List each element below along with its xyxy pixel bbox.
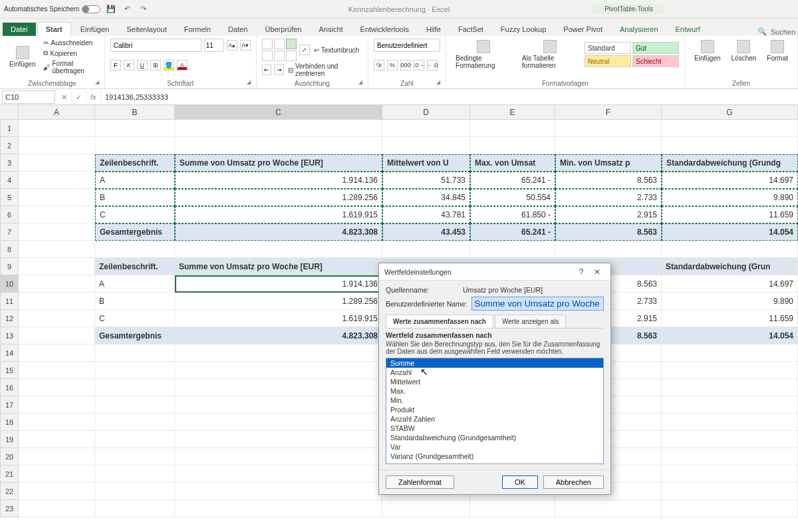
list-item[interactable]: Summe [386, 358, 603, 368]
cell[interactable]: 14.697 [662, 275, 798, 293]
tab-analysieren[interactable]: Analysieren [612, 23, 666, 36]
cell[interactable]: A [95, 275, 175, 293]
cell[interactable]: 1.619.915 [175, 310, 382, 327]
cell[interactable] [470, 120, 555, 137]
bold-button[interactable]: F [110, 60, 121, 70]
fill-color-button[interactable]: 🪣 [164, 60, 174, 70]
list-item[interactable]: Max. [386, 386, 603, 396]
cell[interactable]: 43.453 [382, 223, 470, 241]
cell[interactable] [470, 241, 555, 258]
cell[interactable] [175, 483, 382, 500]
row-header[interactable]: 5 [0, 189, 19, 206]
row-header[interactable]: 21 [0, 466, 19, 483]
calculation-type-listbox[interactable]: SummeAnzahlMittelwertMax.Min.ProduktAnza… [386, 358, 604, 464]
style-gut[interactable]: Gut [632, 42, 679, 54]
col-header[interactable]: A [19, 105, 95, 119]
fx-icon[interactable]: fx [86, 90, 101, 104]
tab-hilfe[interactable]: Hilfe [418, 23, 449, 36]
cell[interactable]: 8.563 [555, 172, 662, 189]
row-header[interactable]: 7 [0, 223, 19, 241]
list-item[interactable]: Standardabweichung (Grundgesamtheit) [386, 433, 603, 442]
row-header[interactable]: 22 [0, 483, 19, 500]
cell[interactable] [19, 414, 95, 431]
row-header[interactable]: 1 [0, 120, 19, 137]
decrease-font-icon[interactable]: A▾ [240, 40, 251, 51]
cell[interactable] [19, 137, 95, 154]
copy-button[interactable]: ⧉Kopieren [42, 49, 98, 58]
format-cells-button[interactable]: Format [763, 39, 792, 63]
cell[interactable] [662, 396, 798, 414]
row-header[interactable]: 14 [0, 344, 19, 362]
cell[interactable] [662, 448, 798, 466]
col-header[interactable]: G [662, 105, 798, 119]
cell[interactable] [662, 379, 798, 396]
cell[interactable] [382, 241, 470, 258]
cell[interactable] [175, 414, 382, 431]
col-header[interactable]: B [95, 105, 175, 119]
cell[interactable] [382, 500, 470, 517]
row-header[interactable]: 10 [0, 275, 19, 293]
cell[interactable]: Standardabweichung (Grundg [662, 154, 798, 172]
cell[interactable]: 1.914.136 [175, 275, 382, 293]
style-standard[interactable]: Standard [585, 42, 631, 54]
increase-indent-icon[interactable]: ⇥ [274, 65, 284, 75]
cell[interactable] [19, 327, 95, 344]
row-header[interactable]: 6 [0, 206, 19, 223]
save-icon[interactable]: 💾 [106, 4, 116, 15]
cell[interactable] [19, 379, 95, 396]
cell[interactable] [19, 241, 95, 258]
cell[interactable]: 2.733 [555, 189, 662, 206]
dialog-launcher-icon[interactable]: ◢ [95, 79, 103, 87]
tab-fuzzy-lookup[interactable]: Fuzzy Lookup [493, 23, 554, 36]
cell[interactable] [175, 431, 382, 448]
cancel-button[interactable]: Abbrechen [543, 475, 604, 489]
font-name-select[interactable] [110, 39, 201, 52]
cell[interactable]: 43.781 [382, 206, 470, 223]
custom-name-input[interactable] [471, 297, 604, 311]
dialog-launcher-icon[interactable]: ◢ [436, 79, 444, 87]
row-header[interactable]: 13 [0, 327, 19, 344]
tab-factset[interactable]: FactSet [450, 23, 491, 36]
cell[interactable] [555, 120, 662, 137]
currency-icon[interactable]: ₠ [374, 60, 384, 70]
cell[interactable] [662, 431, 798, 448]
cell[interactable] [19, 189, 95, 206]
close-button[interactable]: ✕ [589, 267, 605, 277]
dialog-launcher-icon[interactable]: ◢ [247, 79, 255, 87]
cell[interactable] [175, 362, 382, 379]
tab-ansicht[interactable]: Ansicht [311, 23, 350, 36]
font-size-select[interactable] [204, 39, 224, 52]
row-header[interactable]: 19 [0, 431, 19, 448]
cell[interactable] [19, 154, 95, 172]
autosave-toggle[interactable]: Automatisches Speichern [4, 5, 100, 13]
cell[interactable]: 65.241 - [470, 223, 555, 241]
cell[interactable] [95, 483, 175, 500]
cell[interactable] [470, 137, 555, 154]
formula-input[interactable]: 1914136,25333333 [101, 93, 798, 101]
cell[interactable] [95, 362, 175, 379]
row-header[interactable]: 17 [0, 396, 19, 414]
cell[interactable]: A [95, 172, 175, 189]
font-color-button[interactable]: A [177, 60, 188, 70]
cell[interactable]: 9.890 [662, 189, 798, 206]
cell[interactable] [555, 137, 662, 154]
tab-daten[interactable]: Daten [220, 23, 255, 36]
cell[interactable]: Min. von Umsatz p [555, 154, 662, 172]
cut-button[interactable]: ✂Ausschneiden [42, 39, 98, 47]
cell[interactable] [662, 344, 798, 362]
cell[interactable] [95, 137, 175, 154]
decrease-indent-icon[interactable]: ⇤ [262, 65, 272, 75]
border-button[interactable]: ⊞ [150, 60, 161, 70]
tab-datei[interactable]: Datei [3, 23, 36, 36]
cell[interactable]: B [95, 293, 175, 310]
cell[interactable] [19, 120, 95, 137]
col-header[interactable]: E [470, 105, 555, 119]
cell[interactable] [19, 258, 95, 275]
col-header[interactable]: F [555, 105, 662, 119]
row-header[interactable]: 4 [0, 172, 19, 189]
cell[interactable]: 14.054 [662, 223, 798, 241]
cell[interactable]: Summe von Umsatz pro Woche [EUR] [175, 258, 382, 275]
cell[interactable] [19, 431, 95, 448]
cell[interactable] [95, 344, 175, 362]
tab-power-pivot[interactable]: Power Pivot [555, 23, 610, 36]
